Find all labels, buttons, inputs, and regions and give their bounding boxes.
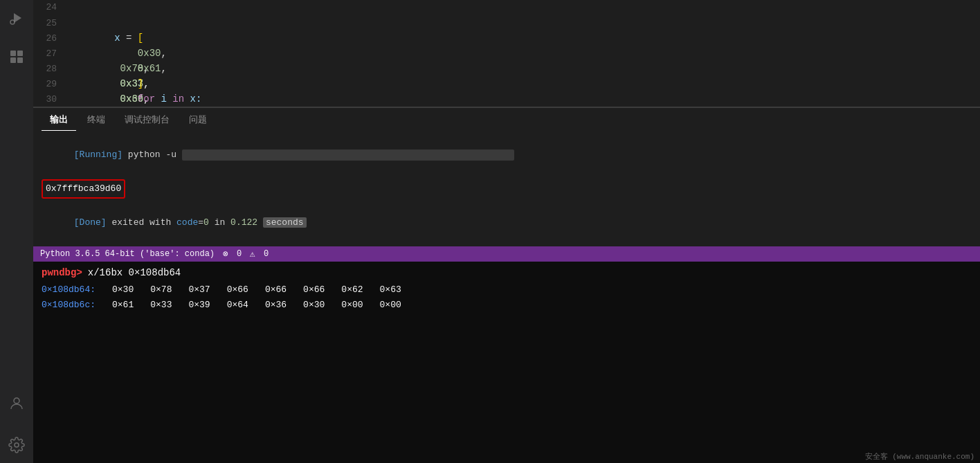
output-done-line: [Done] exited with code=0 in 0.122 secon… [42,202,972,244]
watermark: 安全客 (www.anquanke.com) [865,451,974,462]
pwndbg-row1-val5: 0×66 [265,282,287,298]
warning-icon: ⚠ [250,248,255,260]
line-content-30: print(chr(i), end='') [68,91,260,107]
output-highlighted-line: 0x7fffbca39d60 [42,176,972,202]
code-line-24: 24 [33,0,980,15]
pwndbg-row1-val4: 0×66 [227,282,248,298]
account-icon[interactable] [4,391,29,416]
highlighted-value: 0x7fffbca39d60 [42,179,125,199]
code-editor: 24 25 x = [ 26 0x30, 0x78, 0x37, 0x66, 0… [33,0,980,107]
panel-tabs: 输出 终端 调试控制台 问题 [33,107,980,131]
pwndbg-row1-val3: 0×37 [188,282,210,298]
tab-debug-console[interactable]: 调试控制台 [116,109,178,131]
svg-rect-2 [17,51,23,56]
code-line-30: 30 print(chr(i), end='') [33,91,980,107]
svg-point-5 [14,398,19,403]
line-number-24: 24 [33,0,68,15]
code-line-29: 29 for i in x: [33,76,980,91]
pwndbg-row-2: 0×108db6c: 0×61 0×33 0×39 0×64 0×36 0×30… [42,298,972,313]
tab-terminal[interactable]: 终端 [79,109,114,131]
code-line-25: 25 x = [ [33,15,980,30]
line-number-28: 28 [33,62,68,77]
svg-rect-4 [17,57,23,63]
pwndbg-row1-val8: 0×63 [380,282,401,298]
main-content: 24 25 x = [ 26 0x30, 0x78, 0x37, 0x66, 0… [33,0,980,463]
pwndbg-row1-val1: 0×30 [112,282,134,298]
svg-rect-1 [10,51,16,56]
sidebar [0,0,33,463]
output-running-line: [Running] python -u [42,134,972,176]
pwndbg-row2-val8: 0×00 [380,298,401,313]
pwndbg-row2-val6: 0×30 [303,298,325,313]
code-line-27: 27 0x61, 0x33, 0x39, 0x64, 0x36, 0x30, 0… [33,46,980,61]
output-panel: [Running] python -u 0x7fffbca39d60 [Done… [33,131,980,246]
line-number-27: 27 [33,46,68,62]
pwndbg-row2-val2: 0×33 [150,298,172,313]
code-line-28: 28 ] [33,61,980,76]
pwndbg-row2-val4: 0×64 [227,298,248,313]
code-line-26: 26 0x30, 0x78, 0x37, 0x66, 0x66, 0x66, 0… [33,30,980,46]
pwndbg-row1-val6: 0×66 [303,282,325,298]
pwndbg-panel: pwndbg> x/16bx 0×108db64 0×108db64: 0×30… [33,262,980,463]
pwndbg-command: x/16bx 0×108db64 [88,264,181,281]
pwndbg-row1-val2: 0×78 [150,282,172,298]
tab-output[interactable]: 输出 [42,109,76,131]
pwndbg-prompt-name: pwndbg> [42,264,82,281]
warning-count: 0 [264,249,269,259]
python-info: Python 3.6.5 64-bit ('base': conda) [40,249,215,259]
status-bar: Python 3.6.5 64-bit ('base': conda) ⊗ 0 … [33,246,980,262]
blurred-command [182,149,514,161]
pwndbg-row1-val7: 0×62 [341,282,363,298]
pwndbg-row-1: 0×108db64: 0×30 0×78 0×37 0×66 0×66 0×66… [42,282,972,298]
pwndbg-row2-addr: 0×108db6c: [42,298,96,313]
tab-problems[interactable]: 问题 [181,109,215,131]
line-number-26: 26 [33,31,68,46]
line-number-29: 29 [33,77,68,92]
error-icon: ⊗ [223,248,228,260]
svg-rect-3 [10,57,16,63]
line-number-30: 30 [33,92,68,107]
error-count: 0 [237,249,242,259]
run-debug-icon[interactable] [4,6,29,30]
settings-icon[interactable] [4,433,29,457]
pwndbg-row1-addr: 0×108db64: [42,282,96,298]
pwndbg-row2-val3: 0×39 [188,298,210,313]
seconds-badge: seconds [263,217,307,228]
pwndbg-row2-val1: 0×61 [112,298,134,313]
pwndbg-row2-val5: 0×36 [265,298,287,313]
pwndbg-row2-val7: 0×00 [341,298,363,313]
line-number-25: 25 [33,16,68,31]
extensions-icon[interactable] [4,44,29,69]
pwndbg-prompt-line: pwndbg> x/16bx 0×108db64 [42,264,972,281]
